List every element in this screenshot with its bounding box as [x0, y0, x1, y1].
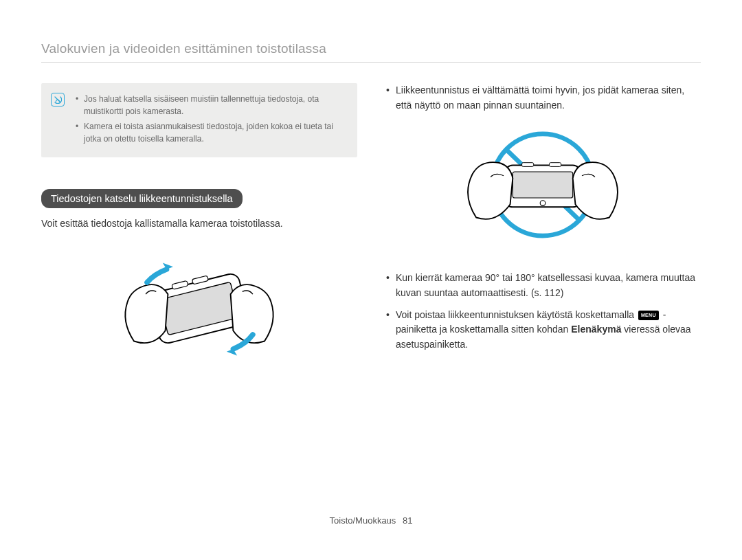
illustration-tilt [41, 243, 357, 374]
footer: Toisto/Muokkaus 81 [41, 502, 701, 526]
bullet-item: Voit poistaa liikkeentunnistuksen käytös… [385, 308, 701, 352]
page-title: Valokuvien ja videoiden esittäminen tois… [41, 41, 701, 63]
left-column: Jos haluat katsella sisäiseen muistiin t… [41, 83, 357, 502]
footer-label: Toisto/Muokkaus [330, 515, 396, 526]
right-column: Liikkeentunnistus ei välttämättä toimi h… [385, 83, 701, 502]
page-number: 81 [403, 515, 412, 526]
svg-rect-12 [522, 163, 534, 167]
note-item: Jos haluat katsella sisäiseen muistiin t… [76, 93, 346, 117]
svg-rect-13 [550, 163, 561, 167]
bullet-bold: Elenäkymä [571, 324, 621, 335]
sub-heading: Tiedostojen katselu liikkeentunnistuksel… [41, 189, 243, 208]
content-columns: Jos haluat katsella sisäiseen muistiin t… [41, 83, 701, 502]
bullet-text: Voit poistaa liikkeentunnistuksen käytös… [396, 309, 637, 320]
svg-rect-10 [513, 172, 572, 198]
illustration-flat [385, 120, 701, 250]
intro-text: Voit esittää tiedostoja kallistamalla ka… [41, 216, 357, 231]
menu-icon: MENU [638, 311, 659, 321]
bullet-item: Kun kierrät kameraa 90° tai 180° katsell… [385, 271, 701, 300]
note-item: Kamera ei toista asianmukaisesti tiedost… [76, 120, 346, 145]
note-box: Jos haluat katsella sisäiseen muistiin t… [41, 83, 357, 157]
bullet-item: Liikkeentunnistus ei välttämättä toimi h… [385, 83, 701, 113]
note-icon [51, 93, 65, 107]
